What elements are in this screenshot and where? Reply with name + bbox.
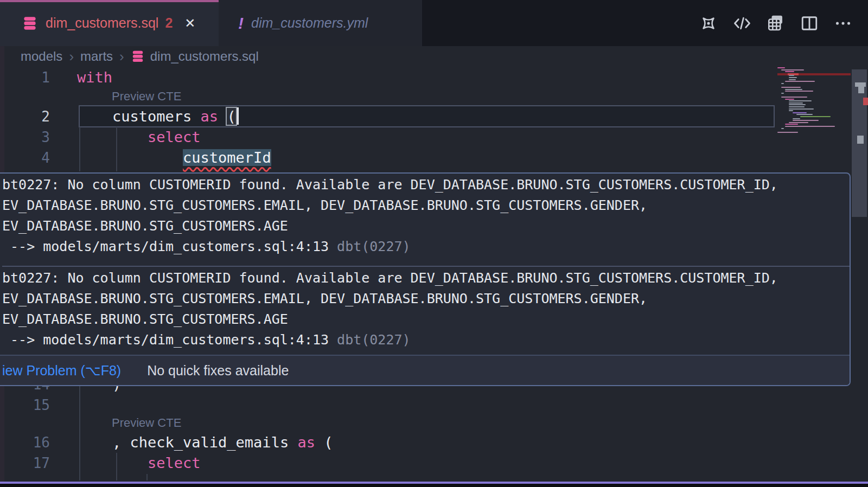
overview-ruler-marker [855,82,866,87]
error-location: --> models/marts/dim_customers.sql:4:13 … [2,330,850,350]
minimap-code-line [785,89,802,90]
minimap-code-line [781,69,804,71]
minimap-code-line [793,120,819,121]
minimap-code-line [796,114,813,115]
minimap[interactable] [777,67,851,176]
minimap-code-line [793,112,807,113]
minimap-code-line [777,132,798,133]
minimap-code-line [789,77,797,78]
minimap-code-line [781,83,784,84]
codelens-preview-cte[interactable]: Preview CTE [112,88,181,105]
minimap-code-line [785,124,798,125]
error-word-customerid: customerId [183,149,271,166]
error-text: EV_DATABASE.BRUNO.STG_CUSTOMERS.EMAIL, D… [2,195,850,216]
minimap-code-line [785,99,794,100]
line-number-15: 15 [0,395,50,415]
minimap-code-line [789,75,794,76]
minimap-code-line [789,110,793,111]
minimap-code-line [785,71,794,72]
error-text: EV_DATABASE.BRUNO.STG_CUSTOMERS.EMAIL, D… [2,289,850,309]
warning-exclamation-icon: ! [238,14,244,33]
breadcrumb-models[interactable]: models [21,49,62,64]
codelens-preview-cte[interactable]: Preview CTE [112,415,181,431]
breadcrumb-file[interactable]: dim_customers.sql [131,49,259,64]
dbt-logo-icon[interactable] [699,14,718,33]
tab-bar: dim_customers.sql 2 ✕ ! dim_customers.ym… [0,0,868,46]
code-icon[interactable] [732,14,752,33]
code-line-3[interactable]: select [77,127,201,148]
no-quick-fixes-label: No quick fixes available [147,363,289,379]
minimap-code-line [785,81,815,82]
error-code: dbt(0227) [329,332,411,348]
minimap-code-line [789,102,803,104]
tab-label: dim_customers.sql [46,15,158,31]
split-editor-icon[interactable] [800,14,819,33]
minimap-code-line [789,108,814,110]
breadcrumb: models › marts › dim_customers.sql [0,46,868,67]
tooltip-status-bar: iew Problem (⌥F8) No quick fixes availab… [0,355,850,385]
error-text: EV_DATABASE.BRUNO.STG_CUSTOMERS.AGE [2,309,850,330]
minimap-code-line [777,67,785,68]
overview-ruler-marker [863,98,868,105]
tab-dim-customers-sql[interactable]: dim_customers.sql 2 ✕ [0,0,219,46]
minimap-code-line [781,97,807,98]
minimap-code-line [793,118,800,119]
error-hover-tooltip: bt0227: No column CUSTOMERID found. Avai… [0,172,851,386]
minimap-code-line [789,104,806,105]
minimap-code-line [789,79,796,80]
code-line-2[interactable]: customers as ( [77,106,239,127]
tooltip-divider [2,266,850,267]
minimap-code-line [781,128,784,129]
tab-label: dim_customers.yml [251,15,368,31]
minimap-code-line [781,93,784,94]
window-bottom-edge [0,484,868,487]
minimap-code-line [789,122,808,123]
line-number-17: 17 [0,453,50,473]
copy-table-icon[interactable] [766,14,786,33]
overview-ruler-marker [857,136,864,144]
database-icon [131,49,145,63]
error-location: --> models/marts/dim_customers.sql:4:13 … [2,236,850,257]
error-block-1: bt0227: No column CUSTOMERID found. Avai… [0,174,850,350]
chevron-right-icon: › [119,48,124,65]
overview-ruler-marker [858,87,864,93]
line-number-1: 1 [0,67,50,88]
minimap-code-line [789,106,805,107]
close-icon[interactable]: ✕ [184,16,195,31]
code-line-17[interactable]: select [77,453,201,473]
minimap-code-line [785,91,813,92]
bracket-match-highlight: ( [227,108,235,125]
minimap-code-line [781,87,801,88]
line-number-3: 3 [0,127,50,148]
minimap-code-line [785,126,835,127]
breadcrumb-file-label: dim_customers.sql [150,49,259,64]
code-line-1[interactable]: with [77,67,112,88]
code-line-4[interactable]: customerId [77,148,271,168]
breadcrumb-marts[interactable]: marts [80,49,113,64]
minimap-code-line [789,100,812,101]
indent-guide [146,474,148,480]
view-problem-link[interactable]: iew Problem (⌥F8) [2,363,121,379]
error-text: bt0227: No column CUSTOMERID found. Avai… [2,175,850,195]
tab-problems-badge: 2 [165,15,173,31]
text-cursor [237,107,239,125]
error-text: EV_DATABASE.BRUNO.STG_CUSTOMERS.AGE [2,216,850,236]
line-number-16: 16 [0,432,50,453]
error-block-2: bt0227: No column CUSTOMERID found. Avai… [2,268,850,350]
minimap-code-line [800,116,831,117]
editor-actions [699,0,853,46]
line-number-4: 4 [0,148,50,168]
line-number-2: 2 [0,106,50,127]
tab-dim-customers-yml[interactable]: ! dim_customers.yml [219,0,422,46]
code-line-16[interactable]: , check_valid_emails as ( [77,432,333,453]
editor-window: dim_customers.sql 2 ✕ ! dim_customers.ym… [0,0,868,487]
error-code: dbt(0227) [329,239,411,254]
chevron-right-icon: › [69,48,74,65]
error-text: bt0227: No column CUSTOMERID found. Avai… [2,268,850,289]
database-icon [22,15,38,31]
more-actions-icon[interactable] [833,14,853,33]
